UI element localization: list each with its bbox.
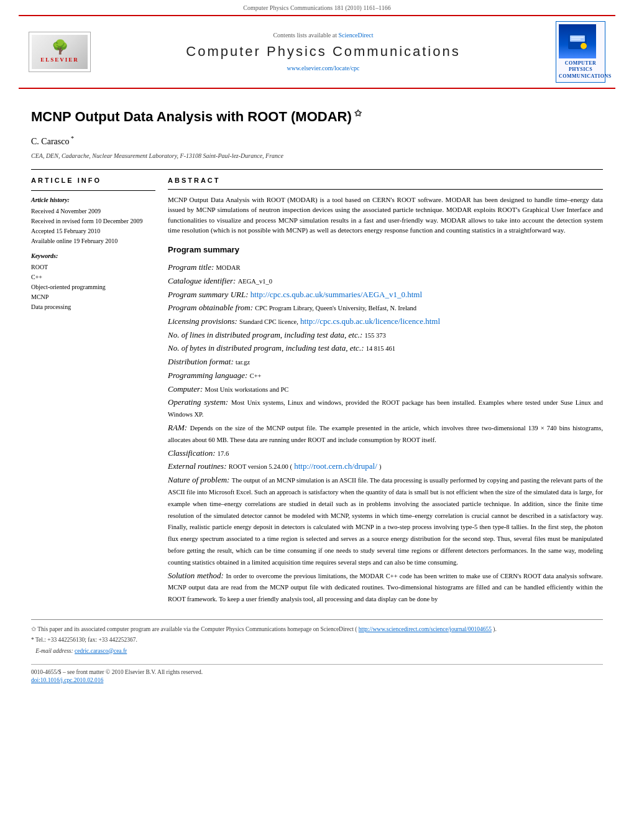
history-label: Article history:	[31, 196, 155, 205]
language-row: Programming language: C++	[168, 370, 603, 382]
svg-rect-1	[570, 35, 585, 42]
abstract-divider	[168, 189, 603, 190]
journal-title-center: Contents lists available at ScienceDirec…	[91, 31, 556, 73]
ram-value: Depends on the size of the MCNP output f…	[168, 425, 603, 443]
elsevier-logo: 🌳 ELSEVIER	[29, 32, 91, 72]
os-row: Operating system: Most Unix systems, Lin…	[168, 397, 603, 420]
citation-text: Computer Physics Communications 181 (201…	[243, 4, 390, 11]
footnote-email: E-mail address: cedric.carasco@cea.fr	[31, 647, 603, 655]
footnote-tel-text: Tel.: +33 442256130; fax: +33 442252367.	[35, 637, 137, 643]
bytes-value: 14 815 461	[366, 345, 395, 352]
program-url-link[interactable]: http://cpc.cs.qub.ac.uk/summaries/AEGA_v…	[250, 290, 422, 299]
elsevier-label: ELSEVIER	[40, 56, 79, 64]
bytes-label: No. of bytes in distributed program, inc…	[168, 343, 366, 353]
email-link[interactable]: cedric.carasco@cea.fr	[75, 648, 127, 654]
doi-link[interactable]: doi:10.1016/j.cpc.2010.02.016	[31, 677, 103, 683]
os-label: Operating system:	[168, 397, 231, 407]
main-content: MCNP Output Data Analysis with ROOT (MOD…	[0, 89, 634, 697]
ram-row: RAM: Depends on the size of the MCNP out…	[168, 422, 603, 446]
title-star-icon: ✩	[352, 108, 362, 118]
computer-label: Computer:	[168, 384, 205, 394]
licensing-row: Licensing provisions: Standard CPC licen…	[168, 316, 603, 328]
language-label: Programming language:	[168, 371, 250, 380]
journal-header: 🌳 ELSEVIER Contents lists available at S…	[19, 15, 615, 89]
footnote-star-url[interactable]: http://www.sciencedirect.com/science/jou…	[359, 626, 492, 632]
classification-row: Classification: 17.6	[168, 448, 603, 459]
footnote-tel: * Tel.: +33 442256130; fax: +33 44225236…	[31, 635, 603, 644]
doi-line: doi:10.1016/j.cpc.2010.02.016	[31, 676, 603, 685]
bytes-row: No. of bytes in distributed program, inc…	[168, 343, 603, 354]
elsevier-image: 🌳 ELSEVIER	[32, 35, 88, 69]
keywords-label: Keywords:	[31, 252, 155, 261]
licensing-value: Standard CPC licence,	[239, 318, 298, 325]
science-direct-link[interactable]: ScienceDirect	[338, 32, 373, 39]
licensing-url[interactable]: http://cpc.cs.qub.ac.uk/licence/licence.…	[300, 316, 440, 326]
divider-1	[31, 169, 603, 170]
computer-value: Most Unix workstations and PC	[205, 386, 289, 393]
issn-line: 0010-4655/$ – see front matter © 2010 El…	[31, 668, 603, 676]
science-direct-line: Contents lists available at ScienceDirec…	[91, 31, 556, 40]
footnote-star: ✩ This paper and its associated computer…	[31, 625, 603, 634]
article-title: MCNP Output Data Analysis with ROOT (MOD…	[31, 108, 603, 127]
keyword-cpp: C++	[31, 273, 155, 282]
solution-row: Solution method: In order to overcome th…	[168, 570, 603, 605]
catalogue-value: AEGA_v1_0	[238, 278, 272, 285]
journal-main-title: Computer Physics Communications	[91, 42, 556, 62]
obtainable-row: Program obtainable from: CPC Program Lib…	[168, 302, 603, 314]
licensing-label: Licensing provisions:	[168, 316, 239, 326]
obtainable-value: CPC Program Library, Queen's University,…	[255, 305, 416, 312]
language-value: C++	[250, 372, 262, 379]
classification-label: Classification:	[168, 448, 218, 458]
url-row: Program summary URL: http://cpc.cs.qub.a…	[168, 289, 603, 300]
cpc-logo-text: COMPUTER PHYSICSCOMMUNICATIONS	[559, 60, 602, 80]
bottom-footer: 0010-4655/$ – see front matter © 2010 El…	[31, 664, 603, 685]
two-column-layout: ARTICLE INFO Article history: Received 4…	[31, 176, 603, 607]
solution-value: In order to overcome the previous limita…	[168, 573, 603, 603]
received-date: Received 4 November 2009	[31, 207, 155, 216]
email-label: E-mail address:	[35, 648, 73, 654]
lines-label: No. of lines in distributed program, inc…	[168, 330, 365, 339]
external-row: External routines: ROOT version 5.24.00 …	[168, 461, 603, 473]
journal-url[interactable]: www.elsevier.com/locate/cpc	[91, 64, 556, 73]
program-title-row: Program title: MODAR	[168, 262, 603, 274]
lines-value: 155 373	[365, 332, 386, 339]
keyword-root: ROOT	[31, 263, 155, 272]
classification-value: 17.6	[218, 450, 229, 457]
citation-bar: Computer Physics Communications 181 (201…	[0, 0, 634, 15]
abstract-text: MCNP Output Data Analysis with ROOT (MOD…	[168, 195, 603, 236]
footnote-star-text: This paper and its associated computer p…	[37, 626, 357, 632]
external-close: )	[379, 463, 382, 470]
left-divider	[31, 190, 155, 191]
svg-point-4	[581, 43, 587, 49]
tree-icon: 🌳	[52, 40, 68, 54]
revised-date: Received in revised form 10 December 200…	[31, 217, 155, 226]
obtainable-label: Program obtainable from:	[168, 303, 255, 312]
ram-label: RAM:	[168, 423, 190, 432]
computer-row: Computer: Most Unix workstations and PC	[168, 384, 603, 395]
cpc-logo-image	[559, 24, 596, 58]
catalogue-label: Catalogue identifier:	[168, 276, 238, 285]
cpc-logo-box: COMPUTER PHYSICSCOMMUNICATIONS	[556, 21, 605, 83]
author-name: C. Carasco *	[31, 134, 603, 147]
external-url[interactable]: http://root.cern.ch/drupal/	[294, 461, 377, 471]
keyword-oop: Object-oriented programming	[31, 283, 155, 292]
external-label: External routines:	[168, 461, 229, 471]
abstract-label: ABSTRACT	[168, 176, 603, 185]
external-value: ROOT version 5.24.00 (	[229, 463, 292, 470]
os-value: Most Unix systems, Linux and windows, pr…	[168, 399, 603, 418]
program-title-value: MODAR	[216, 264, 241, 271]
distribution-row: Distribution format: tar.gz	[168, 356, 603, 368]
url-label: Program summary URL:	[168, 290, 250, 299]
right-column: ABSTRACT MCNP Output Data Analysis with …	[168, 176, 603, 607]
keyword-mcnp: MCNP	[31, 293, 155, 302]
program-summary-title: Program summary	[168, 244, 603, 256]
lines-row: No. of lines in distributed program, inc…	[168, 330, 603, 341]
accepted-date: Accepted 15 February 2010	[31, 227, 155, 236]
catalogue-row: Catalogue identifier: AEGA_v1_0	[168, 275, 603, 287]
solution-label: Solution method:	[168, 571, 226, 580]
cpc-logo-right: COMPUTER PHYSICSCOMMUNICATIONS	[556, 21, 605, 83]
nature-row: Nature of problem: The output of an MCNP…	[168, 474, 603, 568]
keyword-data: Data processing	[31, 303, 155, 312]
distribution-value: tar.gz	[236, 359, 250, 366]
nature-label: Nature of problem:	[168, 475, 232, 484]
